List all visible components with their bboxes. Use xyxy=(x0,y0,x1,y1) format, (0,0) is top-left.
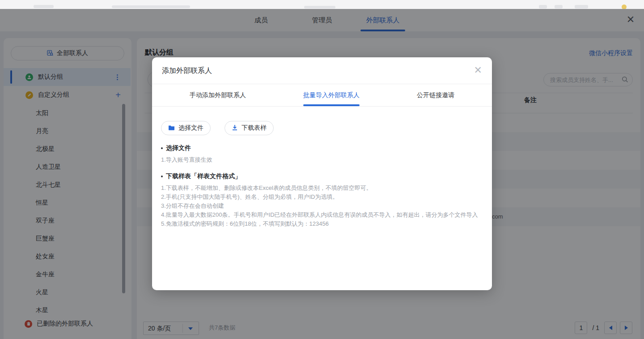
download-template-button[interactable]: 下载表样 xyxy=(225,121,274,135)
folder-icon xyxy=(168,124,175,132)
bullet-icon xyxy=(161,176,163,177)
browser-chrome-strip xyxy=(0,0,644,9)
section-heading-download-template: 下载样表「样表文件格式」 xyxy=(161,172,483,180)
modal-tabs: 手动添加外部联系人 批量导入外部联系人 公开链接邀请 xyxy=(152,84,492,107)
section-lines: 1.下载表样，不能增加、删除或修改本Excel表的成员信息类别，不填的留空即可。… xyxy=(161,184,483,228)
instruction-line: 4.批量导入最大数据200条。手机号和用户ID已经在外部联系人内或信息有误的成员… xyxy=(161,210,483,219)
modal-body: 选择文件 下载表样 选择文件 1.导入账号直接生效 下载样表「样表文件格式」 xyxy=(152,107,492,228)
modal-title: 添加外部联系人 xyxy=(162,66,212,76)
chrome-remnant xyxy=(304,6,335,9)
chrome-remnant xyxy=(555,5,563,9)
choose-file-button[interactable]: 选择文件 xyxy=(161,121,211,135)
instruction-line: 1.导入账号直接生效 xyxy=(161,155,483,164)
chrome-remnant xyxy=(539,5,547,9)
chrome-remnant xyxy=(34,5,54,8)
section-lines: 1.导入账号直接生效 xyxy=(161,155,483,164)
modal-header: 添加外部联系人 ✕ xyxy=(152,57,492,84)
add-external-contact-modal: 添加外部联系人 ✕ 手动添加外部联系人 批量导入外部联系人 公开链接邀请 选择文… xyxy=(152,57,492,290)
download-template-label: 下载表样 xyxy=(242,124,267,132)
choose-file-label: 选择文件 xyxy=(178,124,203,132)
instruction-line: 1.下载表样，不能增加、删除或修改本Excel表的成员信息类别，不填的留空即可。 xyxy=(161,184,483,193)
close-icon[interactable]: ✕ xyxy=(474,64,482,76)
tab-manual-add[interactable]: 手动添加外部联系人 xyxy=(190,84,246,106)
download-icon xyxy=(232,124,238,132)
instruction-line: 2.手机(只支持中国大陆手机号)、姓名、分组为必填，用户ID为选填。 xyxy=(161,193,483,202)
section-heading-choose-file: 选择文件 xyxy=(161,144,483,152)
tab-public-link-invite[interactable]: 公开链接邀请 xyxy=(417,84,454,106)
modal-actions: 选择文件 下载表样 xyxy=(161,121,483,135)
bullet-icon xyxy=(161,147,163,149)
chrome-remnant xyxy=(112,5,190,8)
instruction-line: 3.分组不存在会自动创建 xyxy=(161,202,483,210)
chrome-remnant xyxy=(575,5,588,9)
section-heading-text: 选择文件 xyxy=(166,144,191,152)
section-heading-text: 下载样表「样表文件格式」 xyxy=(166,172,241,180)
tab-batch-import[interactable]: 批量导入外部联系人 xyxy=(303,84,360,106)
instruction-line: 5.免激活模式的密码规则：6位到18位，不填写则默认为：123456 xyxy=(161,219,483,228)
